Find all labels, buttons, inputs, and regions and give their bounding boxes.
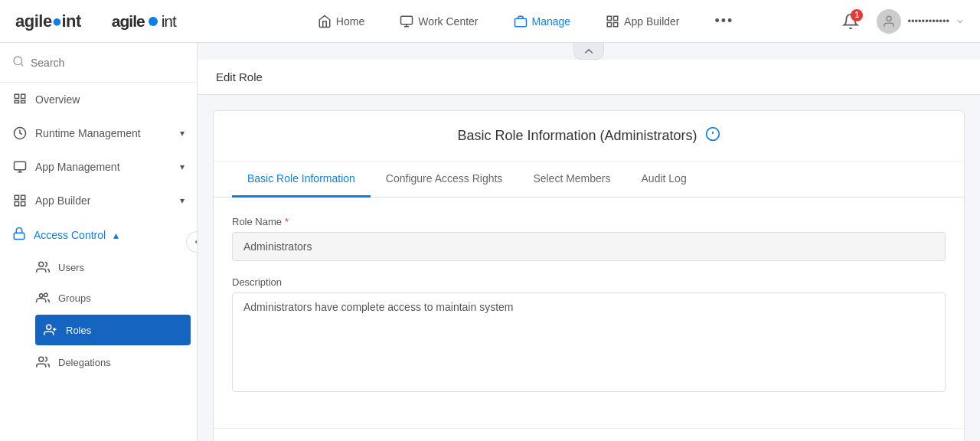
main-layout: Overview Runtime Management ▾ App Manage…: [0, 43, 980, 441]
sidebar-item-delegations[interactable]: Delegations: [35, 347, 197, 377]
appbuilder-icon: [12, 193, 28, 208]
description-field-group: Description Administrators have complete…: [232, 276, 946, 394]
clock-icon: [12, 126, 28, 141]
nav-more[interactable]: •••: [709, 10, 740, 32]
groups-icon: [35, 290, 51, 305]
tab-selectmembers[interactable]: Select Members: [518, 162, 626, 198]
sidebar-item-overview-label: Overview: [35, 93, 185, 106]
sidebar-item-accesscontrol[interactable]: Access Control ▴: [0, 217, 197, 252]
nav-right: 1 ••••••••••••: [837, 8, 965, 35]
form-title-bar: Basic Role Information (Administrators): [214, 111, 964, 162]
avatar: [877, 9, 901, 34]
chevron-down-icon: [956, 17, 965, 26]
svg-point-10: [14, 57, 22, 65]
notification-badge: 1: [851, 9, 863, 21]
nav-appbuilder[interactable]: App Builder: [599, 11, 685, 31]
users-icon: [35, 260, 51, 275]
sidebar-sub-groups-area: Groups: [0, 283, 197, 313]
grid-icon: [606, 15, 619, 28]
sidebar-item-groups-label: Groups: [58, 292, 185, 304]
lock-icon: [12, 227, 26, 243]
form-body: Role Name * Description Administrators h…: [214, 198, 964, 428]
sidebar-item-users[interactable]: Users: [35, 252, 197, 283]
svg-rect-20: [15, 195, 18, 199]
required-star: *: [285, 216, 289, 227]
nav-manage[interactable]: Manage: [508, 11, 577, 31]
svg-rect-8: [614, 22, 618, 26]
accesscontrol-chevron-icon: ▴: [113, 229, 119, 241]
appmanagement-chevron-icon: ▾: [180, 162, 185, 172]
sidebar-item-appmanagement[interactable]: App Management ▾: [0, 150, 197, 184]
top-navigation: agile●int agile int Home Work Center Man…: [0, 0, 980, 43]
tab-basicinfo[interactable]: Basic Role Information: [232, 162, 371, 198]
sidebar-item-roles[interactable]: Roles: [35, 315, 191, 345]
svg-point-27: [44, 293, 48, 297]
sidebar-item-accesscontrol-label: Access Control: [34, 229, 106, 241]
sidebar-item-users-label: Users: [58, 262, 185, 273]
form-title: Basic Role Information (Administrators): [457, 128, 697, 144]
sidebar-sub-users-area: Users: [0, 252, 197, 283]
delegations-icon: [35, 354, 51, 370]
nav-workcenter-label: Work Center: [418, 15, 478, 28]
sidebar-item-roles-label: Roles: [66, 325, 178, 336]
content-area: Edit Role Basic Role Information (Admini…: [198, 43, 980, 441]
more-dots-icon: •••: [715, 13, 734, 29]
svg-point-0: [149, 17, 158, 26]
tab-accessrights[interactable]: Configure Access Rights: [371, 162, 518, 198]
sidebar-item-runtime[interactable]: Runtime Management ▾: [0, 116, 197, 150]
logo-text2: int: [162, 12, 176, 31]
role-name-label: Role Name *: [232, 216, 946, 227]
roles-icon: [43, 322, 58, 338]
tab-auditlog[interactable]: Audit Log: [626, 162, 702, 198]
logo-dot-icon: [149, 17, 158, 26]
form-section: Basic Role Information (Administrators) …: [213, 110, 965, 441]
form-tabs: Basic Role Information Configure Access …: [214, 162, 964, 198]
logo: agile●int: [15, 11, 81, 31]
overview-icon: [12, 92, 28, 107]
svg-point-9: [887, 16, 891, 21]
svg-rect-17: [15, 162, 26, 170]
action-bar: Cancel Next Update: [214, 428, 964, 441]
nav-home[interactable]: Home: [312, 11, 371, 31]
sidebar-item-appmanagement-label: App Management: [35, 161, 172, 173]
description-label: Description: [232, 276, 946, 288]
user-name: ••••••••••••: [907, 15, 949, 27]
sidebar-item-groups[interactable]: Groups: [35, 283, 197, 313]
sidebar-item-appbuilder[interactable]: App Builder ▾: [0, 184, 197, 217]
svg-point-28: [47, 325, 51, 329]
top-collapse-button[interactable]: [573, 43, 604, 60]
chevron-up-icon: [583, 47, 594, 55]
sidebar-item-delegations-label: Delegations: [58, 357, 185, 368]
page-header: Edit Role: [198, 60, 980, 95]
home-icon: [318, 15, 332, 28]
info-icon[interactable]: [705, 126, 720, 145]
sidebar: Overview Runtime Management ▾ App Manage…: [0, 43, 198, 441]
svg-line-11: [21, 64, 23, 66]
nav-links: Home Work Center Manage App Builder •••: [214, 10, 838, 32]
sidebar-sub-delegations-area: Delegations: [0, 347, 197, 377]
search-input[interactable]: [31, 57, 185, 69]
user-menu[interactable]: ••••••••••••: [877, 9, 965, 34]
sidebar-sub-roles-area: Roles: [0, 315, 197, 345]
appbuilder-chevron-icon: ▾: [180, 195, 185, 206]
svg-rect-4: [514, 18, 526, 27]
briefcase-icon: [514, 15, 528, 28]
description-textarea[interactable]: Administrators have complete access to m…: [232, 292, 946, 392]
svg-rect-15: [21, 101, 25, 103]
role-name-input[interactable]: [232, 232, 946, 261]
nav-workcenter[interactable]: Work Center: [394, 11, 484, 31]
svg-rect-7: [607, 22, 611, 26]
nav-manage-label: Manage: [532, 15, 571, 28]
svg-rect-1: [401, 16, 413, 24]
svg-point-26: [40, 294, 44, 298]
svg-rect-6: [614, 16, 618, 20]
monitor-icon: [400, 15, 413, 28]
svg-rect-13: [21, 94, 25, 98]
collapse-icon: [192, 237, 198, 247]
logo-text: agile: [112, 12, 145, 31]
svg-point-25: [39, 262, 44, 266]
svg-rect-12: [15, 94, 18, 98]
notification-button[interactable]: 1: [837, 8, 864, 35]
role-name-field-group: Role Name *: [232, 216, 946, 261]
sidebar-item-overview[interactable]: Overview: [0, 83, 197, 116]
